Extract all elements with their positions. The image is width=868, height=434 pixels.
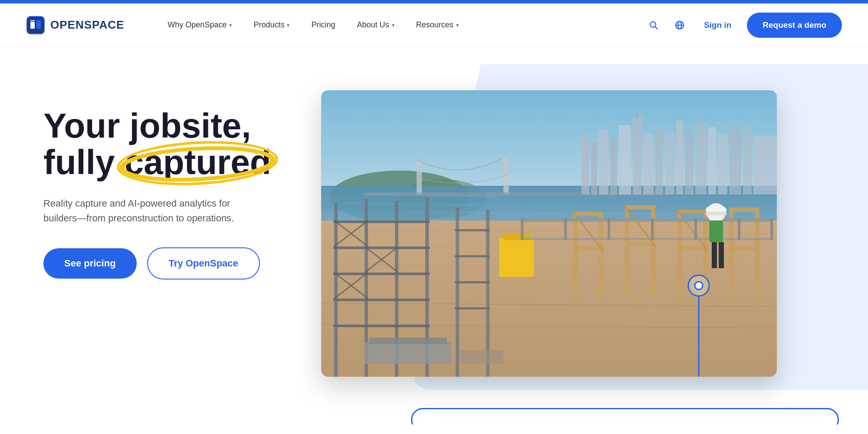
- chevron-down-icon: ▾: [229, 22, 232, 28]
- svg-rect-94: [694, 218, 697, 240]
- svg-rect-34: [708, 127, 716, 194]
- svg-rect-91: [564, 218, 567, 240]
- svg-rect-98: [709, 220, 723, 242]
- svg-rect-50: [333, 220, 430, 223]
- svg-rect-31: [676, 121, 683, 194]
- svg-point-107: [695, 282, 703, 289]
- nav-pricing[interactable]: Pricing: [302, 17, 344, 33]
- svg-rect-69: [573, 212, 577, 299]
- svg-rect-30: [665, 132, 674, 194]
- svg-rect-83: [729, 207, 760, 212]
- svg-rect-35: [718, 134, 727, 194]
- hero-highlight-word: captured: [125, 144, 271, 181]
- construction-scene-svg: [321, 90, 777, 377]
- svg-rect-82: [755, 210, 760, 299]
- hero-content: Your jobsite, fully captured Reality cap…: [43, 82, 295, 279]
- nav-resources[interactable]: Resources ▾: [408, 17, 467, 33]
- svg-rect-52: [333, 273, 430, 275]
- svg-rect-23: [599, 129, 608, 194]
- svg-rect-2: [36, 20, 41, 29]
- svg-rect-103: [365, 342, 451, 364]
- svg-rect-80: [677, 247, 707, 251]
- svg-rect-96: [770, 218, 773, 240]
- svg-rect-88: [521, 218, 773, 222]
- svg-rect-32: [685, 129, 694, 194]
- svg-rect-100: [719, 242, 724, 268]
- logo-link[interactable]: OPENSPACE: [26, 16, 124, 35]
- globe-button[interactable]: [671, 16, 688, 34]
- nav-actions: Sign in Request a demo: [645, 13, 842, 38]
- svg-rect-33: [695, 123, 707, 194]
- hero-cta-buttons: See pricing Try OpenSpace: [43, 247, 295, 279]
- svg-rect-37: [743, 129, 752, 194]
- svg-rect-90: [521, 218, 523, 240]
- svg-rect-26: [633, 116, 641, 194]
- svg-rect-51: [333, 247, 430, 249]
- chevron-down-icon: ▾: [392, 22, 395, 28]
- svg-rect-3: [30, 20, 35, 21]
- site-header: OPENSPACE Why OpenSpace ▾ Products ▾ Pri…: [0, 3, 868, 47]
- svg-rect-63: [455, 229, 490, 231]
- svg-rect-105: [460, 351, 503, 364]
- hero-subtitle: Reality capture and AI-powered analytics…: [43, 196, 252, 226]
- svg-rect-99: [712, 242, 717, 268]
- nav-why-openspace[interactable]: Why OpenSpace ▾: [159, 17, 240, 33]
- svg-rect-89: [521, 238, 773, 240]
- svg-rect-24: [610, 138, 617, 194]
- see-pricing-button[interactable]: See pricing: [43, 248, 137, 279]
- svg-rect-79: [677, 210, 707, 214]
- chevron-down-icon: ▾: [287, 22, 289, 28]
- svg-rect-76: [625, 242, 655, 247]
- svg-rect-36: [729, 125, 741, 194]
- svg-rect-66: [455, 307, 490, 309]
- svg-rect-18: [417, 160, 422, 194]
- svg-rect-64: [455, 255, 490, 257]
- try-openspace-button[interactable]: Try OpenSpace: [147, 247, 260, 279]
- nav-about-us[interactable]: About Us ▾: [349, 17, 403, 33]
- svg-rect-22: [591, 142, 597, 194]
- svg-rect-67: [499, 238, 534, 277]
- hero-section: Your jobsite, fully captured Reality cap…: [0, 47, 868, 424]
- svg-rect-70: [599, 214, 603, 299]
- main-nav: Why OpenSpace ▾ Products ▾ Pricing About…: [159, 17, 645, 33]
- svg-rect-77: [677, 210, 681, 299]
- svg-rect-75: [625, 205, 655, 210]
- request-demo-button[interactable]: Request a demo: [747, 13, 842, 38]
- search-button[interactable]: [645, 16, 662, 34]
- svg-rect-0: [27, 16, 44, 34]
- logo-icon: [26, 16, 45, 35]
- globe-icon: [674, 20, 685, 30]
- svg-rect-28: [643, 134, 654, 194]
- sign-in-button[interactable]: Sign in: [697, 17, 738, 33]
- svg-rect-65: [455, 281, 490, 283]
- svg-rect-102: [706, 212, 727, 215]
- svg-rect-46: [334, 203, 338, 377]
- hero-title: Your jobsite, fully captured: [43, 108, 295, 181]
- search-icon: [648, 20, 659, 30]
- svg-rect-95: [738, 218, 740, 240]
- svg-rect-25: [619, 125, 631, 194]
- pill-decoration-1: [411, 408, 839, 424]
- svg-rect-21: [582, 134, 589, 194]
- chevron-down-icon: ▾: [456, 22, 459, 28]
- svg-rect-72: [573, 247, 603, 251]
- svg-line-5: [655, 26, 658, 29]
- svg-rect-93: [651, 218, 654, 240]
- svg-rect-92: [608, 218, 610, 240]
- svg-rect-29: [655, 127, 663, 194]
- nav-products[interactable]: Products ▾: [245, 17, 298, 33]
- svg-rect-38: [753, 136, 777, 194]
- svg-rect-54: [333, 325, 430, 327]
- svg-rect-61: [456, 207, 459, 377]
- hero-image: [321, 90, 777, 377]
- svg-rect-1: [30, 22, 35, 29]
- svg-rect-84: [729, 247, 760, 251]
- top-accent-bar: [0, 0, 868, 3]
- svg-rect-71: [573, 212, 603, 216]
- hero-image-area: [321, 82, 842, 377]
- svg-rect-104: [369, 338, 447, 344]
- svg-rect-53: [333, 299, 430, 301]
- logo-wordmark: OPENSPACE: [50, 18, 124, 32]
